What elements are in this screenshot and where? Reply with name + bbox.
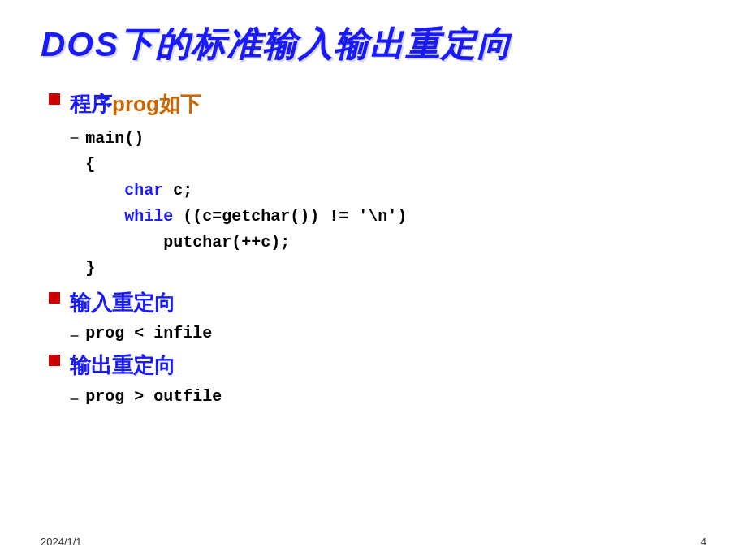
slide: DOS下的标准输入输出重定向 程序prog如下 main() { char c;… — [0, 0, 747, 560]
footer-page: 4 — [701, 536, 706, 548]
bullet-1-text: 程序prog如下 — [70, 89, 201, 118]
code-line-char: char c; — [85, 178, 407, 204]
bullet-2: 输入重定向 — [49, 288, 706, 317]
sub-text-infile: prog < infile — [85, 324, 212, 342]
sub-item-outfile: prog > outfile — [70, 387, 706, 407]
code-line-putchar: putchar(++c); — [85, 230, 407, 256]
slide-title: DOS下的标准输入输出重定向 — [41, 24, 706, 65]
content-area: 程序prog如下 main() { char c; while ((c=getc… — [41, 89, 706, 407]
bullet-square-2 — [49, 292, 60, 304]
sub-items-3: prog > outfile — [70, 387, 706, 407]
keyword-char: char — [124, 181, 163, 200]
text-ruxia: 如下 — [159, 92, 201, 116]
code-line-brace-close: } — [85, 256, 407, 282]
sub-item-infile: prog < infile — [70, 324, 706, 344]
text-chengxu: 程序 — [70, 92, 112, 116]
bullet-3-text: 输出重定向 — [70, 351, 175, 380]
bullet-square-3 — [49, 355, 60, 366]
sub-text-outfile: prog > outfile — [85, 387, 222, 406]
code-line-brace-open: { — [85, 152, 407, 178]
bullet-square-1 — [49, 93, 60, 105]
sub-items-2: prog < infile — [70, 324, 706, 344]
footer: 2024/1/1 4 — [41, 536, 706, 548]
code-line-main: main() — [85, 126, 407, 152]
sub-item-main: main() { char c; while ((c=getchar()) !=… — [70, 126, 706, 282]
bullet-2-text: 输入重定向 — [70, 288, 175, 317]
sub-dash-1 — [70, 127, 79, 146]
sub-dash-3 — [70, 389, 79, 407]
code-line-while: while ((c=getchar()) != '\n') — [85, 204, 407, 230]
footer-date: 2024/1/1 — [41, 536, 82, 548]
bullet-1: 程序prog如下 — [49, 89, 706, 118]
sub-dash-2 — [70, 325, 79, 344]
keyword-while: while — [124, 207, 173, 226]
text-prog: prog — [112, 92, 159, 116]
code-block: main() { char c; while ((c=getchar()) !=… — [85, 126, 407, 282]
bullet-3: 输出重定向 — [49, 351, 706, 380]
sub-items-1: main() { char c; while ((c=getchar()) !=… — [70, 126, 706, 282]
